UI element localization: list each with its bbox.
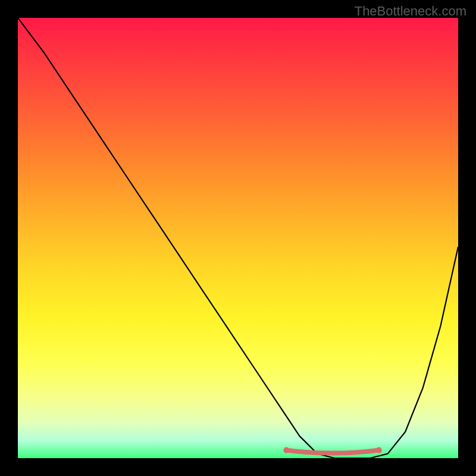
plot-area bbox=[18, 18, 458, 458]
attribution-text: TheBottleneck.com bbox=[355, 4, 466, 19]
chart-svg bbox=[18, 18, 458, 458]
flat-region-highlight bbox=[286, 450, 378, 453]
bottleneck-curve-line bbox=[18, 18, 458, 458]
highlight-dot-left bbox=[283, 447, 289, 453]
highlight-dot-right bbox=[376, 447, 382, 453]
